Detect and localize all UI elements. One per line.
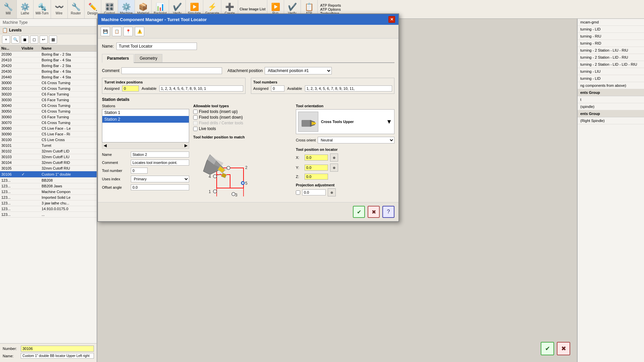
modal-location-btn[interactable]: 📍 bbox=[123, 27, 133, 36]
fixed-drills-checkbox[interactable] bbox=[193, 121, 198, 125]
right-panel-item[interactable]: turning - RIU bbox=[578, 33, 644, 40]
projection-picker-btn[interactable]: ⊕ bbox=[328, 188, 336, 196]
levels-row[interactable]: 30106 ✓ Custom 1" double bbox=[0, 171, 97, 178]
modal-help-btn[interactable]: ? bbox=[382, 206, 394, 218]
levels-row[interactable]: 20390 Boring Bar - 2 Sta bbox=[0, 52, 97, 57]
fixed-insert-down-checkbox[interactable] bbox=[193, 115, 198, 120]
levels-row[interactable]: 30010 C6 Cross Turning bbox=[0, 86, 97, 92]
levels-row[interactable]: 123... Machine Compon bbox=[0, 189, 97, 195]
levels-row[interactable]: 30050 C6 Cross Turning bbox=[0, 109, 97, 114]
station-item-2[interactable]: Station 2 bbox=[102, 116, 189, 123]
levels-row[interactable]: 30040 C6 Cross Turning bbox=[0, 103, 97, 109]
toolbar-mill[interactable]: 🔧 Mill bbox=[0, 0, 17, 18]
levels-row[interactable]: 20410 Boring Bar - 4 Sta bbox=[0, 57, 97, 63]
name-field-input[interactable] bbox=[21, 353, 94, 359]
right-panel-item[interactable]: t bbox=[578, 96, 644, 103]
levels-row[interactable]: 123... ... bbox=[0, 212, 97, 218]
right-panel-item[interactable]: turning - 2 Station - LID - RIU bbox=[578, 54, 644, 61]
levels-row[interactable]: 123... BB208 Jaws bbox=[0, 183, 97, 189]
levels-add-btn[interactable]: + bbox=[2, 36, 10, 44]
levels-row[interactable]: 123... Imported Solid Le bbox=[0, 195, 97, 200]
fixed-insert-up-checkbox[interactable] bbox=[193, 110, 198, 114]
levels-row[interactable]: 30020 C6 Face Turning bbox=[0, 92, 97, 97]
cross-orient-select[interactable]: Neutral bbox=[318, 137, 394, 143]
levels-row[interactable]: 30060 C6 Face Turning bbox=[0, 114, 97, 120]
levels-back-btn[interactable]: ↩ bbox=[40, 36, 48, 44]
station-item-1[interactable]: Station 1 bbox=[102, 109, 189, 116]
right-panel-item[interactable]: turning - LID bbox=[578, 75, 644, 82]
levels-row[interactable]: 20440 Boring Bar - 4 Sta bbox=[0, 74, 97, 80]
levels-row[interactable]: 30070 C6 Cross Turning bbox=[0, 120, 97, 126]
station-name-input[interactable] bbox=[131, 152, 189, 158]
tool-orient-arrow-btn[interactable]: ▼ bbox=[386, 118, 392, 125]
levels-row[interactable]: 30080 C5 Live Face - Le bbox=[0, 126, 97, 131]
levels-row[interactable]: 30000 C6 Cross Turning bbox=[0, 80, 97, 86]
levels-row[interactable]: 20420 Boring Bar - 2 Sta bbox=[0, 63, 97, 69]
right-panel-item[interactable]: turning - RID bbox=[578, 40, 644, 47]
scroll-right-btn[interactable]: ▶ bbox=[184, 143, 187, 148]
levels-row[interactable]: 30030 C6 Face Turning bbox=[0, 97, 97, 103]
levels-grid-btn[interactable]: ▦ bbox=[49, 36, 57, 44]
station-offset-input[interactable] bbox=[131, 184, 189, 190]
modal-close-btn[interactable]: ✕ bbox=[388, 16, 395, 23]
levels-row[interactable]: 30105 32mm Cutoff RIU bbox=[0, 166, 97, 171]
right-panel-item[interactable]: mcam-gmd bbox=[578, 19, 644, 26]
right-panel-item[interactable]: turning - LIU bbox=[578, 68, 644, 75]
comment-input[interactable] bbox=[121, 67, 222, 74]
levels-search-btn[interactable]: 🔍 bbox=[11, 36, 19, 44]
projection-input[interactable] bbox=[302, 189, 326, 195]
toolbar-lathe[interactable]: ⚙️ Lathe bbox=[17, 0, 34, 18]
modal-warn-btn[interactable]: ⚠️ bbox=[135, 27, 144, 36]
levels-fill-btn[interactable]: ◼ bbox=[21, 36, 29, 44]
number-field-input[interactable] bbox=[21, 346, 94, 352]
levels-row[interactable]: 30090 C5 Live Face - Ri bbox=[0, 131, 97, 137]
name-input[interactable] bbox=[116, 43, 197, 50]
toolbar-router[interactable]: 🔧 Router bbox=[68, 0, 85, 18]
tab-geometry[interactable]: Geometry bbox=[135, 54, 162, 62]
modal-copy-btn[interactable]: 📋 bbox=[112, 27, 121, 36]
right-panel-item[interactable]: (spindle) bbox=[578, 103, 644, 110]
station-usesindex-select[interactable]: Primary bbox=[131, 176, 189, 182]
levels-row[interactable]: 123... 14.910.0.0175.0 bbox=[0, 206, 97, 212]
levels-empty-btn[interactable]: ◻ bbox=[30, 36, 38, 44]
turret-assigned-input[interactable] bbox=[122, 85, 139, 92]
tp-z-input[interactable] bbox=[305, 174, 328, 180]
levels-row[interactable]: 30102 32mm Cutoff LID bbox=[0, 148, 97, 154]
toolbar-millturn[interactable]: 🔩 Mill-Turn bbox=[34, 0, 51, 18]
levels-row[interactable]: 20430 Boring Bar - 4 Sta bbox=[0, 69, 97, 74]
modal-ok-btn[interactable]: ✔ bbox=[353, 206, 365, 218]
levels-row[interactable]: 30100 C5 Live Cross bbox=[0, 137, 97, 143]
tool-available-input[interactable] bbox=[305, 85, 392, 92]
station-toolnum-input[interactable] bbox=[131, 168, 148, 174]
tp-y-input[interactable] bbox=[305, 165, 328, 171]
fixed-insert-up-row: Fixed tools (insert up) bbox=[193, 109, 292, 114]
right-panel-item[interactable]: ng components from above) bbox=[578, 82, 644, 89]
levels-row[interactable]: 30101 Turret bbox=[0, 143, 97, 148]
attachment-select[interactable]: Attachment position #1 bbox=[265, 67, 332, 74]
levels-row[interactable]: 123... 3 jaw lathe chu... bbox=[0, 200, 97, 206]
right-panel-item[interactable]: turning - LID bbox=[578, 26, 644, 33]
global-cancel-btn[interactable]: ✖ bbox=[557, 342, 570, 355]
millturn-icon: 🔩 bbox=[38, 3, 47, 11]
live-tools-checkbox[interactable] bbox=[193, 127, 198, 131]
turret-available-input[interactable] bbox=[159, 85, 243, 92]
projection-checkbox[interactable] bbox=[296, 190, 300, 195]
modal-cancel-btn[interactable]: ✖ bbox=[368, 206, 380, 218]
levels-row[interactable]: 30104 32mm Cutoff RID bbox=[0, 160, 97, 166]
levels-row[interactable]: 30103 32mm Cutoff LIU bbox=[0, 154, 97, 160]
tp-x-picker-btn[interactable]: ⊕ bbox=[330, 154, 338, 162]
toolbar-wire[interactable]: 〰️ Wire bbox=[51, 0, 68, 18]
right-panel-item[interactable]: turning - 2 Station - LID - LID - RIU bbox=[578, 61, 644, 68]
modal-save-btn[interactable]: 💾 bbox=[101, 27, 110, 36]
scroll-left-btn[interactable]: ◀ bbox=[104, 143, 107, 148]
right-panel-item[interactable]: turning - 2 Station - LIU - RIU bbox=[578, 47, 644, 54]
tab-parameters[interactable]: Parameters bbox=[102, 54, 134, 63]
tp-y-picker-btn[interactable]: ⊕ bbox=[330, 164, 338, 172]
svg-marker-6 bbox=[221, 173, 227, 178]
tp-x-input[interactable] bbox=[305, 155, 328, 161]
right-panel-item[interactable]: (Right Spindle) bbox=[578, 117, 644, 124]
levels-row[interactable]: 123... BB208 bbox=[0, 178, 97, 183]
station-comment-input[interactable] bbox=[131, 160, 189, 166]
tool-assigned-input[interactable] bbox=[271, 85, 284, 92]
global-ok-btn[interactable]: ✔ bbox=[541, 342, 554, 355]
